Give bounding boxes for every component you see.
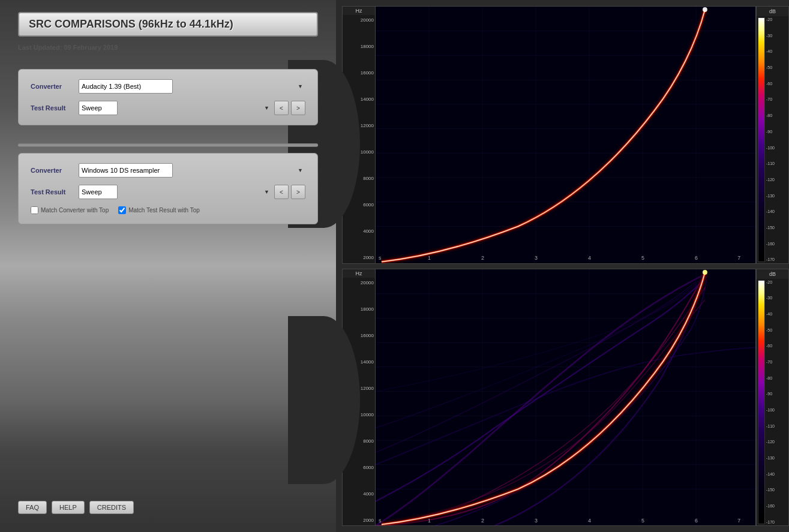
bottom-hz-header: Hz — [343, 269, 375, 278]
svg-text:2: 2 — [481, 255, 484, 261]
svg-text:5: 5 — [641, 518, 644, 524]
bottom-test-result-label: Test Result — [31, 188, 79, 196]
svg-text:4: 4 — [588, 255, 591, 261]
top-converter-row: Converter Audacity 1.39 (Best) Audacity … — [31, 79, 305, 94]
colorbar-header: dB — [757, 7, 788, 16]
top-test-result-select-wrapper: Sweep Impulse Noise Tone — [79, 101, 272, 115]
svg-text:6: 6 — [695, 518, 698, 524]
bottom-test-result-row: Test Result Sweep Impulse Noise < > — [31, 185, 305, 199]
svg-text:s: s — [379, 255, 382, 261]
bottom-converter-panel: Converter Windows 10 DS resampler Audaci… — [18, 153, 318, 224]
bottom-colorbar-inner: -20 -30 -40 -50 -60 -70 -80 -90 -100 -11… — [757, 279, 788, 526]
bottom-converter-select-wrapper: Windows 10 DS resampler Audacity 1.39 (B… — [79, 163, 305, 178]
top-hz-4000: 4000 — [344, 229, 374, 234]
match-test-result-checkbox-item[interactable]: Match Test Result with Top — [118, 206, 200, 214]
match-converter-checkbox-item[interactable]: Match Converter with Top — [31, 206, 109, 214]
top-chart: s 1 2 3 4 5 6 7 — [375, 6, 756, 264]
top-converter-label: Converter — [31, 83, 79, 90]
svg-text:3: 3 — [535, 255, 538, 261]
top-hz-16000: 16000 — [344, 70, 374, 76]
svg-text:s: s — [379, 518, 382, 524]
colorbar-inner: -20 -30 -40 -50 -60 -70 -80 -90 -100 -11… — [757, 16, 788, 263]
top-hz-header: Hz — [343, 7, 375, 15]
bottom-test-result-select-wrapper: Sweep Impulse Noise — [79, 185, 272, 199]
bottom-next-button[interactable]: > — [291, 185, 305, 199]
checkbox-row: Match Converter with Top Match Test Resu… — [31, 206, 305, 214]
credits-button[interactable]: CREDITS — [89, 501, 134, 514]
top-chart-svg: s 1 2 3 4 5 6 7 — [376, 7, 755, 263]
match-converter-label: Match Converter with Top — [41, 207, 109, 214]
match-converter-checkbox[interactable] — [31, 206, 38, 214]
colorbar-ticks: -20 -30 -40 -50 -60 -70 -80 -90 -100 -11… — [765, 17, 787, 262]
bottom-colorbar-header: dB — [757, 269, 788, 279]
top-converter-select[interactable]: Audacity 1.39 (Best) Audacity 1.39 (Fast… — [79, 79, 173, 94]
svg-text:1: 1 — [428, 255, 431, 261]
bottom-colorbar: dB -20 -30 -40 -50 -60 -70 -80 -90 -100 … — [756, 269, 789, 527]
top-prev-button[interactable]: < — [274, 101, 289, 115]
bottom-prev-button[interactable]: < — [274, 185, 289, 199]
bottom-test-result-select[interactable]: Sweep Impulse Noise — [79, 185, 118, 199]
top-next-button[interactable]: > — [291, 101, 305, 115]
bottom-converter-select[interactable]: Windows 10 DS resampler Audacity 1.39 (B… — [79, 163, 173, 178]
colorbar-gradient — [758, 17, 765, 262]
divider — [18, 143, 318, 147]
match-test-result-checkbox[interactable] — [118, 206, 126, 214]
bottom-chart-svg: s 1 2 3 4 5 6 7 — [376, 269, 755, 526]
top-test-result-row: Test Result Sweep Impulse Noise Tone < > — [31, 101, 305, 115]
top-colorbar: dB -20 -30 -40 -50 -60 -70 -80 -90 -100 … — [756, 6, 789, 264]
svg-text:5: 5 — [641, 255, 644, 261]
svg-text:2: 2 — [481, 518, 484, 524]
top-hz-18000: 18000 — [344, 44, 374, 49]
bottom-converter-label: Converter — [31, 167, 79, 174]
svg-text:1: 1 — [428, 518, 431, 524]
svg-rect-0 — [376, 7, 755, 263]
bottom-buttons: FAQ HELP CREDITS — [18, 501, 134, 514]
top-test-result-label: Test Result — [31, 104, 79, 112]
bottom-chart-row: Hz 20000 18000 16000 14000 12000 10000 8… — [342, 269, 789, 527]
bottom-colorbar-ticks: -20 -30 -40 -50 -60 -70 -80 -90 -100 -11… — [765, 280, 787, 525]
svg-text:7: 7 — [737, 518, 740, 524]
svg-text:7: 7 — [737, 255, 740, 261]
svg-point-41 — [703, 270, 707, 275]
faq-button[interactable]: FAQ — [18, 501, 47, 514]
bottom-chart: s 1 2 3 4 5 6 7 — [375, 269, 756, 527]
bottom-colorbar-gradient — [758, 280, 765, 525]
top-hz-2000: 2000 — [344, 255, 374, 260]
bottom-converter-row: Converter Windows 10 DS resampler Audaci… — [31, 163, 305, 178]
help-button[interactable]: HELP — [52, 501, 85, 514]
right-panel: Hz 20000 18000 16000 14000 12000 10000 8… — [336, 0, 789, 532]
last-updated: Last Updated: 09 February 2019 — [18, 44, 318, 51]
svg-text:4: 4 — [588, 518, 591, 524]
app-title: SRC COMPARISONS (96kHz to 44.1kHz) — [18, 12, 318, 37]
svg-text:6: 6 — [695, 255, 698, 261]
svg-point-16 — [703, 7, 707, 12]
top-hz-20000: 20000 — [344, 17, 374, 23]
match-test-result-label: Match Test Result with Top — [128, 207, 200, 214]
left-panel: SRC COMPARISONS (96kHz to 44.1kHz) Last … — [0, 0, 336, 532]
top-converter-panel: Converter Audacity 1.39 (Best) Audacity … — [18, 69, 318, 125]
top-chart-row: Hz 20000 18000 16000 14000 12000 10000 8… — [342, 6, 789, 264]
top-test-result-select[interactable]: Sweep Impulse Noise Tone — [79, 101, 118, 115]
svg-text:3: 3 — [535, 518, 538, 524]
top-converter-select-wrapper: Audacity 1.39 (Best) Audacity 1.39 (Fast… — [79, 79, 305, 94]
